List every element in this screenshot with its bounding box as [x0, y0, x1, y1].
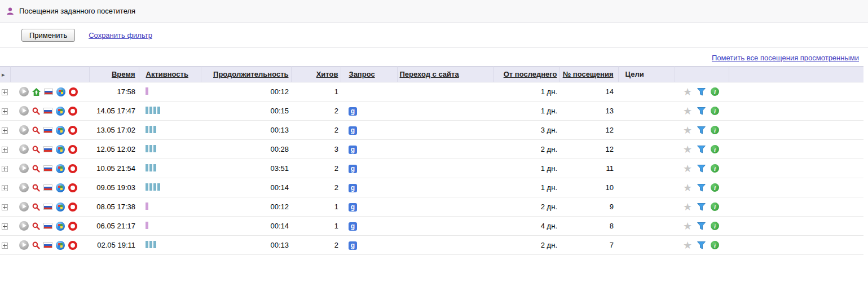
- expand-row-icon[interactable]: [2, 204, 8, 210]
- visit-icons: [11, 221, 89, 231]
- info-icon[interactable]: [711, 87, 719, 96]
- favorite-star-icon[interactable]: [683, 125, 692, 135]
- activity-bar: [157, 183, 160, 191]
- visit-icons: [11, 106, 89, 116]
- expand-row-icon[interactable]: [2, 243, 8, 249]
- since-last-cell: 3 дн.: [493, 121, 559, 140]
- filter-funnel-icon[interactable]: [697, 126, 706, 134]
- visit-time: 08.05 17:38: [89, 197, 139, 217]
- visit-duration: 00:28: [201, 140, 291, 159]
- google-query-icon[interactable]: [349, 241, 357, 250]
- info-icon[interactable]: [711, 222, 719, 230]
- favorite-star-icon[interactable]: [683, 183, 692, 193]
- activity-bar: [146, 87, 148, 95]
- column-header-activity[interactable]: Активность: [146, 70, 188, 78]
- mark-all-viewed-link[interactable]: Пометить все посещения просмотренными: [712, 54, 859, 62]
- info-icon[interactable]: [711, 202, 719, 211]
- opera-browser-icon: [68, 107, 77, 116]
- empty-cell: [729, 140, 863, 159]
- favorite-star-icon[interactable]: [683, 144, 692, 155]
- favorite-star-icon[interactable]: [683, 221, 692, 231]
- expand-row-icon[interactable]: [2, 147, 8, 153]
- search-source-icon: [32, 146, 40, 153]
- save-filter-link[interactable]: Сохранить фильтр: [89, 31, 152, 39]
- table-row: 06.05 21:17 00:14 1 4 дн. 8: [0, 217, 863, 236]
- favorite-star-icon[interactable]: [683, 202, 692, 212]
- russia-flag-icon: [43, 127, 52, 133]
- filter-funnel-icon[interactable]: [697, 222, 706, 230]
- filter-funnel-icon[interactable]: [697, 241, 706, 249]
- info-icon[interactable]: [711, 241, 719, 249]
- expand-row-icon[interactable]: [2, 108, 8, 115]
- apply-button[interactable]: Применить: [21, 29, 75, 42]
- webvisor-play-icon[interactable]: [19, 125, 29, 135]
- column-header-since-last[interactable]: От последнего: [504, 70, 557, 78]
- activity-bar: [149, 164, 152, 171]
- google-query-icon[interactable]: [349, 184, 357, 192]
- empty-cell: [729, 121, 863, 140]
- webvisor-play-icon[interactable]: [19, 202, 29, 212]
- webvisor-play-icon[interactable]: [19, 106, 29, 116]
- visit-icons: [11, 183, 89, 192]
- google-query-icon[interactable]: [349, 126, 357, 135]
- favorite-star-icon[interactable]: [683, 240, 692, 250]
- google-query-icon[interactable]: [349, 165, 357, 173]
- russia-flag-icon: [43, 108, 52, 114]
- favorite-star-icon[interactable]: [683, 106, 692, 116]
- visit-duration: 03:51: [201, 159, 291, 178]
- expand-row-icon[interactable]: [2, 166, 8, 172]
- webvisor-play-icon[interactable]: [19, 144, 29, 154]
- expand-row-icon[interactable]: [2, 89, 8, 95]
- russia-flag-icon: [43, 184, 52, 191]
- opera-browser-icon: [68, 164, 77, 173]
- visit-icons: [11, 202, 89, 212]
- column-header-time[interactable]: Время: [112, 70, 135, 78]
- info-icon[interactable]: [711, 164, 719, 173]
- table-row: 17:58 00:12 1 1 дн. 14: [0, 82, 863, 102]
- google-query-icon[interactable]: [349, 146, 357, 154]
- webvisor-play-icon[interactable]: [19, 87, 29, 96]
- column-header-query[interactable]: Запрос: [349, 70, 375, 78]
- webvisor-play-icon[interactable]: [19, 164, 29, 173]
- info-icon[interactable]: [711, 126, 719, 134]
- info-icon[interactable]: [711, 183, 719, 192]
- filter-funnel-icon[interactable]: [697, 146, 706, 153]
- column-header-hits[interactable]: Хитов: [316, 70, 338, 78]
- filter-funnel-icon[interactable]: [697, 184, 706, 192]
- info-icon[interactable]: [711, 145, 719, 153]
- expand-row-icon[interactable]: [2, 127, 8, 134]
- header-arrow-icon[interactable]: [2, 70, 5, 78]
- visit-time: 17:58: [89, 82, 139, 102]
- filter-funnel-icon[interactable]: [697, 107, 706, 115]
- favorite-star-icon[interactable]: [683, 164, 692, 174]
- windows7-os-icon: [56, 222, 65, 231]
- windows7-os-icon: [56, 241, 65, 250]
- since-last-cell: 1 дн.: [493, 159, 559, 178]
- activity-bar: [153, 126, 156, 133]
- column-header-visit-number[interactable]: № посещения: [563, 70, 614, 78]
- column-header-duration[interactable]: Продолжительность: [213, 70, 288, 78]
- activity-bar: [146, 107, 148, 114]
- russia-flag-icon: [43, 165, 52, 171]
- person-icon: [6, 7, 15, 16]
- favorite-star-icon[interactable]: [683, 87, 692, 97]
- webvisor-play-icon[interactable]: [19, 221, 29, 231]
- visit-time: 13.05 17:02: [89, 121, 139, 140]
- filter-funnel-icon[interactable]: [697, 203, 706, 211]
- table-row: 12.05 12:02 00:28 3 2 дн. 12: [0, 140, 863, 159]
- filter-funnel-icon[interactable]: [697, 88, 706, 96]
- google-query-icon[interactable]: [349, 107, 357, 116]
- info-icon[interactable]: [711, 107, 719, 115]
- filter-funnel-icon[interactable]: [697, 165, 706, 173]
- visit-hits: 2: [291, 121, 341, 140]
- column-header-referrer[interactable]: Переход с сайта: [400, 70, 459, 78]
- expand-row-icon[interactable]: [2, 223, 8, 230]
- visit-time: 09.05 19:03: [89, 178, 139, 197]
- row-actions: [675, 183, 728, 193]
- webvisor-play-icon[interactable]: [19, 240, 29, 250]
- expand-row-icon[interactable]: [2, 185, 8, 191]
- google-query-icon[interactable]: [349, 203, 357, 212]
- google-query-icon[interactable]: [349, 222, 357, 231]
- goals-cell: [618, 121, 675, 140]
- webvisor-play-icon[interactable]: [19, 183, 29, 192]
